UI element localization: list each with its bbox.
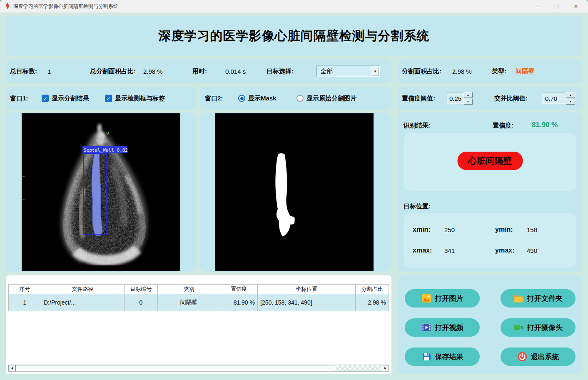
total-targets-label: 总目标数: [10,68,37,75]
mask-image [215,113,374,271]
titlebar: 深度学习的医学影像心脏间隔壁检测与分割系统 — ▢ ✕ [0,0,588,12]
close-icon[interactable]: ✕ [566,0,586,12]
checkbox-show-boxes[interactable]: ✓ 显示检测框与标签 [105,95,165,102]
confidence-label: 置信度: [493,122,513,130]
radio-show-mask[interactable]: 显示Mask [238,95,277,102]
radio-show-mask-label: 显示Mask [248,95,277,102]
iou-threshold-label: 交并比阈值: [494,95,528,102]
open-camera-button[interactable]: 打开摄像头 [501,318,576,337]
window1-label: 窗口1: [10,95,28,102]
area-value: 2.98 % [452,68,472,75]
area-label: 分割面积占比: [402,68,441,75]
minimize-icon[interactable]: — [528,0,547,12]
mask-render [215,113,374,271]
save-icon [421,352,431,362]
xmin-value: 250 [444,226,455,233]
summary-panel: 分割面积占比: 2.98 % 类型: 间隔壁 [398,59,582,83]
class-name-badge: 心脏间隔壁 [457,152,523,170]
checkbox-checked-icon[interactable]: ✓ [42,95,49,102]
checkbox-show-segmentation-label: 显示分割结果 [52,95,89,102]
spin-up-icon[interactable]: ▲ [566,92,575,98]
horizontal-scrollbar[interactable]: ◄ ► [8,365,389,372]
xmin-label: xmin: [413,226,431,233]
ultrasound-image: Septal_Wall 0.82 V [22,113,180,271]
cell-segratio: 2.98 % [356,294,389,311]
exit-system-button[interactable]: 退出系统 [501,348,576,366]
checkbox-show-segmentation[interactable]: ✓ 显示分割结果 [42,95,89,102]
time-value: 0.014 s [225,68,246,75]
open-video-button[interactable]: 打开视频 [405,318,480,337]
col-header-segratio: 分割占比 [356,285,389,294]
position-title: 目标位置: [404,202,431,210]
confidence-threshold-value: 0.25 [449,95,461,102]
confidence-threshold-label: 置信度阈值: [402,95,435,102]
apex-marker: V [106,131,110,136]
cell-index: 1 [9,294,41,311]
open-camera-label: 打开摄像头 [527,323,563,332]
results-panel: 识别结果: 置信度: 81.90 % 心脏间隔壁 目标位置: xmin: 250… [398,112,582,272]
cell-filepath: D:/Project/... [41,294,125,311]
scrollbar-thumb[interactable] [15,365,335,371]
image-icon [421,293,431,303]
total-area-label: 总分割面积占比: [90,68,136,75]
open-folder-button[interactable]: 打开文件夹 [501,289,576,308]
detection-label: Septal_Wall 0.82 [84,148,128,153]
window2-panel: 窗口2: 显示Mask 显示原始分割图片 [200,87,391,110]
open-image-button[interactable]: 打开图片 [405,289,480,308]
xmax-label: xmax: [413,247,432,254]
power-icon [517,352,527,362]
cell-coords: [250, 158, 341, 490] [258,294,356,311]
scroll-left-icon[interactable]: ◄ [8,365,15,371]
table-row[interactable]: 1 D:/Project/... 0 间隔壁 81.90 % [250, 158… [9,294,389,311]
iou-threshold-input[interactable]: 0.70 [542,93,567,104]
open-video-label: 打开视频 [435,323,463,332]
results-table: 序号 文件路径 目标编号 类别 置信度 坐标位置 分割占比 1 D:/Proje… [8,284,389,311]
ymin-value: 158 [527,226,537,233]
cell-conf: 81.90 % [220,294,258,311]
exit-system-label: 退出系统 [531,352,559,362]
target-select-dropdown[interactable]: 全部 ▼ [316,66,380,77]
total-area-value: 2.98 % [143,68,163,75]
results-title: 识别结果: [404,122,431,130]
ultrasound-render: Septal_Wall 0.82 V [22,113,180,271]
checkbox-checked-icon[interactable]: ✓ [105,95,112,102]
radio-selected-icon[interactable] [238,95,245,102]
checkbox-show-boxes-label: 显示检测框与标签 [115,95,165,102]
total-targets-value: 1 [47,68,51,75]
scale-tick [22,176,25,177]
open-image-label: 打开图片 [435,294,463,303]
class-result-box: 心脏间隔壁 [404,133,576,191]
col-header-targetid: 目标编号 [125,285,158,294]
spin-down-icon[interactable]: ▼ [566,99,575,105]
header-panel: 深度学习的医学影像心脏间隔壁检测与分割系统 [6,16,582,56]
folder-icon [513,293,523,303]
radio-show-raw[interactable]: 显示原始分割图片 [296,95,356,102]
cell-class: 间隔壁 [158,294,220,311]
spin-up-icon[interactable]: ▲ [463,92,473,98]
scroll-right-icon[interactable]: ► [382,365,389,371]
iou-threshold-stepper: ▲ ▼ [566,92,575,105]
iou-threshold-value: 0.70 [545,95,557,102]
viewer1-panel: Septal_Wall 0.82 V [6,112,196,272]
camera-icon [513,322,523,332]
viewer2-panel [200,112,391,272]
spin-down-icon[interactable]: ▼ [463,99,473,105]
confidence-value: 81.90 % [532,121,558,129]
scrollbar-track[interactable] [335,365,382,371]
video-icon [421,322,431,332]
chevron-down-icon[interactable]: ▼ [371,67,379,76]
maximize-icon[interactable]: ▢ [547,0,566,12]
save-results-button[interactable]: 保存结果 [405,348,480,366]
window-controls: — ▢ ✕ [528,0,586,12]
open-folder-label: 打开文件夹 [527,294,563,303]
window-title: 深度学习的医学影像心脏间隔壁检测与分割系统 [13,3,118,10]
ymin-label: ymin: [495,226,513,233]
scale-tick [22,199,25,200]
col-header-conf: 置信度 [220,285,258,294]
ymax-value: 490 [527,247,537,254]
radio-unselected-icon[interactable] [296,95,304,102]
table-header-row: 序号 文件路径 目标编号 类别 置信度 坐标位置 分割占比 [9,285,389,294]
save-results-label: 保存结果 [435,352,463,362]
results-table-panel: 序号 文件路径 目标编号 类别 置信度 坐标位置 分割占比 1 D:/Proje… [6,275,391,374]
type-value: 间隔壁 [516,68,534,75]
